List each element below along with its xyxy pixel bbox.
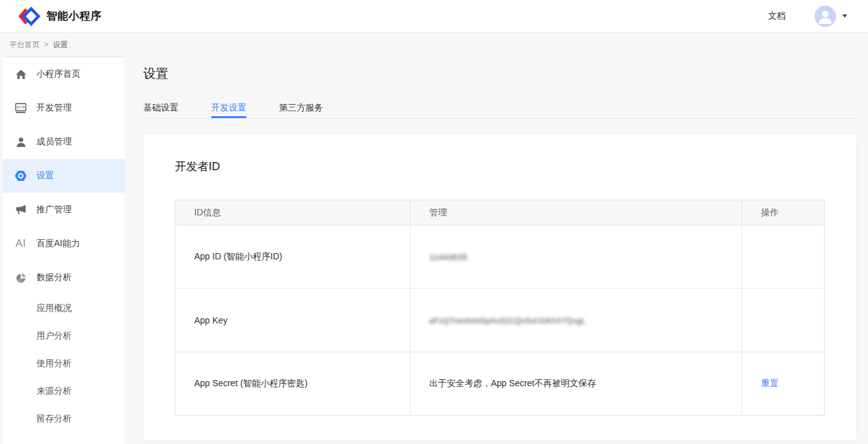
sidebar-item-label: 推广管理 — [36, 204, 72, 215]
sidebar-item-settings[interactable]: 设置 — [3, 159, 124, 193]
column-header-id-info: ID信息 — [175, 200, 410, 225]
sidebar-subitem-label: 应用概况 — [36, 303, 72, 314]
column-header-manage: 管理 — [410, 200, 742, 225]
sidebar-item-label: 成员管理 — [36, 136, 72, 148]
smartapp-logo-icon — [18, 6, 40, 26]
card-heading: 开发者ID — [175, 159, 825, 175]
tab-basic-settings[interactable]: 基础设置 — [143, 101, 179, 118]
tab-third-party[interactable]: 第三方服务 — [279, 101, 323, 118]
pie-chart-icon — [14, 271, 27, 284]
sidebar-subitem-label: 来源分析 — [36, 386, 72, 397]
docs-link[interactable]: 文档 — [768, 11, 786, 22]
sidebar-subitem-retention-analysis[interactable]: 留存分析 — [3, 405, 124, 433]
row-label: App Secret (智能小程序密匙) — [175, 352, 410, 416]
row-label: App ID (智能小程序ID) — [175, 225, 410, 289]
chevron-down-icon[interactable] — [842, 14, 847, 18]
megaphone-icon — [14, 203, 27, 216]
sidebar-subitem-label: 使用分析 — [36, 358, 72, 369]
page-title: 设置 — [143, 65, 856, 82]
sidebar-subitem-app-overview[interactable]: 应用概况 — [3, 295, 124, 322]
sidebar-subitem-source-analysis[interactable]: 来源分析 — [3, 377, 124, 405]
table-header-row: ID信息 管理 操作 — [175, 200, 825, 225]
column-header-actions: 操作 — [742, 200, 825, 225]
settings-tabs: 基础设置 开发设置 第三方服务 — [143, 101, 856, 119]
brand-logo[interactable]: 智能小程序 — [18, 6, 102, 26]
sidebar-item-label: 百度AI能力 — [36, 238, 80, 249]
app-id-value: 11443635 — [429, 252, 468, 262]
app-key-value: aFsQ7rwshmtGpAs32CQnSxUGKhX7QsgL — [429, 317, 586, 325]
developer-id-card: 开发者ID ID信息 管理 操作 App ID (智能小程序ID) 114436… — [143, 134, 856, 440]
sidebar-subitem-label: 用户分析 — [36, 330, 72, 342]
sidebar-subitem-usage-analysis[interactable]: 使用分析 — [3, 350, 124, 377]
svg-text:</>: </> — [17, 105, 25, 110]
sidebar-item-label: 开发管理 — [36, 102, 72, 114]
sidebar-item-label: 设置 — [36, 170, 54, 181]
tab-dev-settings[interactable]: 开发设置 — [211, 101, 246, 118]
main-content: 设置 基础设置 开发设置 第三方服务 开发者ID ID信息 管理 操作 — [124, 57, 868, 444]
breadcrumb: 平台首页 > 设置 — [0, 33, 868, 57]
breadcrumb-home[interactable]: 平台首页 — [9, 40, 40, 50]
breadcrumb-separator: > — [44, 40, 48, 49]
sidebar-item-home[interactable]: 小程序首页 — [3, 57, 124, 91]
sidebar-item-ai[interactable]: AI 百度AI能力 — [3, 227, 124, 261]
reset-button[interactable]: 重置 — [761, 378, 779, 388]
app-secret-notice: 出于安全考虑，App Secret不再被明文保存 — [410, 352, 742, 416]
sidebar-item-analytics[interactable]: 数据分析 — [3, 261, 124, 295]
sidebar-item-label: 数据分析 — [36, 272, 72, 283]
row-action-empty — [742, 225, 825, 289]
breadcrumb-current: 设置 — [53, 40, 68, 50]
sidebar-subitem-user-analysis[interactable]: 用户分析 — [3, 322, 124, 350]
gear-icon — [14, 170, 27, 182]
topbar: 智能小程序 文档 — [0, 0, 868, 33]
table-row-app-secret: App Secret (智能小程序密匙) 出于安全考虑，App Secret不再… — [175, 352, 825, 416]
table-row-app-id: App ID (智能小程序ID) 11443635 — [175, 225, 825, 289]
ai-icon: AI — [14, 237, 27, 250]
sidebar-item-promotion[interactable]: 推广管理 — [3, 193, 124, 227]
sidebar-subitem-label: 留存分析 — [36, 413, 72, 425]
user-avatar[interactable] — [815, 6, 836, 27]
developer-id-table: ID信息 管理 操作 App ID (智能小程序ID) 11443635 App… — [175, 200, 825, 416]
table-row-app-key: App Key aFsQ7rwshmtGpAs32CQnSxUGKhX7QsgL — [175, 289, 825, 352]
member-icon — [14, 136, 27, 148]
brand-name: 智能小程序 — [47, 9, 102, 23]
topbar-right: 文档 — [768, 6, 847, 27]
code-icon: </> — [14, 102, 27, 114]
row-action-empty — [742, 289, 825, 352]
sidebar: 小程序首页 </> 开发管理 成员管理 — [3, 57, 124, 444]
sidebar-item-dev-manage[interactable]: </> 开发管理 — [3, 91, 124, 125]
home-icon — [14, 68, 27, 80]
row-label: App Key — [175, 289, 410, 352]
sidebar-item-members[interactable]: 成员管理 — [3, 125, 124, 159]
sidebar-item-label: 小程序首页 — [36, 68, 80, 80]
